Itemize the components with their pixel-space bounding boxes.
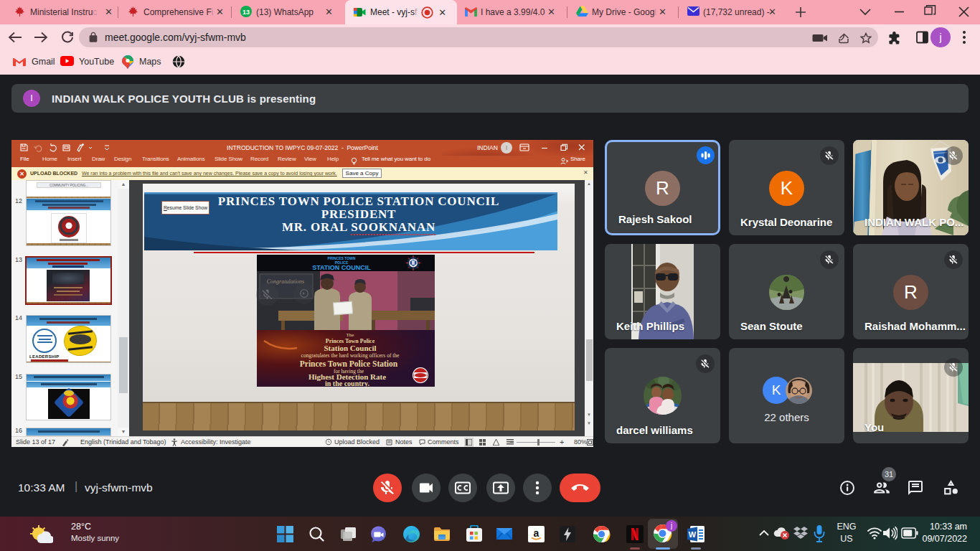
svg-text:STATION COUNCIL: STATION COUNCIL (312, 264, 371, 271)
svg-text:W: W (689, 530, 697, 539)
svg-text:congratulates the hard workin: congratulates the hard working officers … (301, 352, 400, 359)
svg-text:in the country.: in the country. (325, 380, 369, 387)
svg-text:Station Council: Station Council (324, 344, 376, 352)
svg-text:The: The (347, 332, 354, 338)
svg-text:Princes Town Police Station: Princes Town Police Station (300, 359, 398, 368)
svg-text:13: 13 (242, 9, 250, 16)
svg-text:a: a (534, 527, 540, 539)
